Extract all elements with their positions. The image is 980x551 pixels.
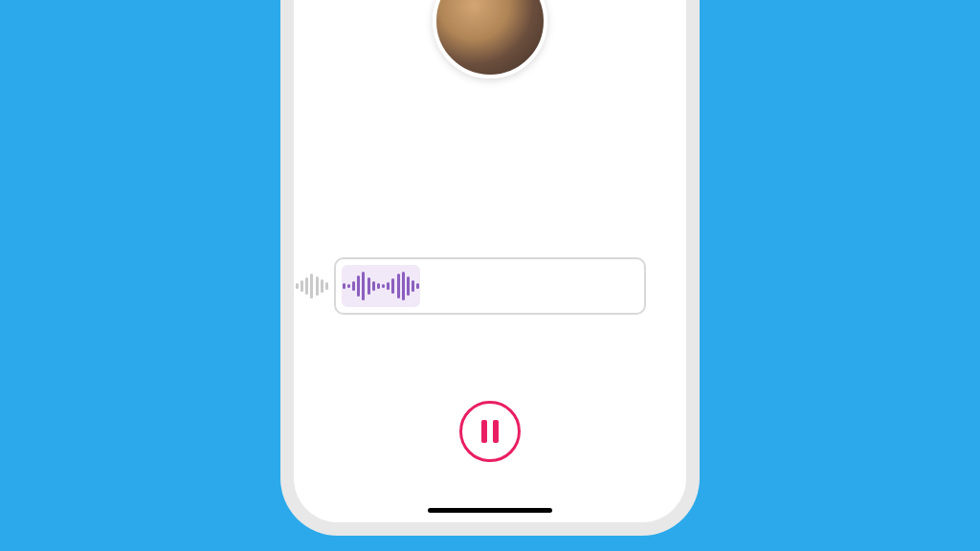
waveform-bar [357, 276, 360, 297]
waveform-bar [368, 277, 370, 295]
waveform-bar [412, 280, 414, 292]
waveform-bar [347, 284, 350, 288]
waveform-bar [321, 279, 323, 293]
waveform-bar [352, 281, 355, 291]
waveform-bar [362, 272, 365, 300]
waveform-bar [391, 278, 394, 294]
waveform-bar [416, 283, 419, 289]
avatar[interactable] [433, 0, 547, 78]
waveform-bar [310, 274, 313, 298]
waveform-bar [382, 284, 385, 288]
waveform-container[interactable] [334, 257, 646, 315]
waveform-bar [387, 282, 390, 290]
pause-button[interactable] [459, 401, 521, 462]
waveform-bar [325, 282, 328, 290]
waveform-bar [343, 283, 345, 289]
waveform-current-segment [342, 265, 420, 307]
waveform-bar [372, 281, 375, 291]
waveform-bar [377, 283, 380, 289]
pause-icon [481, 420, 499, 443]
waveform-bar [296, 283, 299, 289]
phone-screen [294, 0, 686, 522]
waveform-bar [316, 276, 319, 296]
waveform-bar [305, 277, 308, 295]
waveform-track [294, 257, 686, 315]
waveform-bar [397, 274, 400, 298]
waveform-bar [402, 272, 405, 300]
phone-frame [280, 0, 700, 536]
waveform-previous [294, 257, 328, 315]
waveform-bar [301, 280, 303, 292]
waveform-bar [407, 276, 410, 296]
home-indicator[interactable] [428, 508, 552, 513]
